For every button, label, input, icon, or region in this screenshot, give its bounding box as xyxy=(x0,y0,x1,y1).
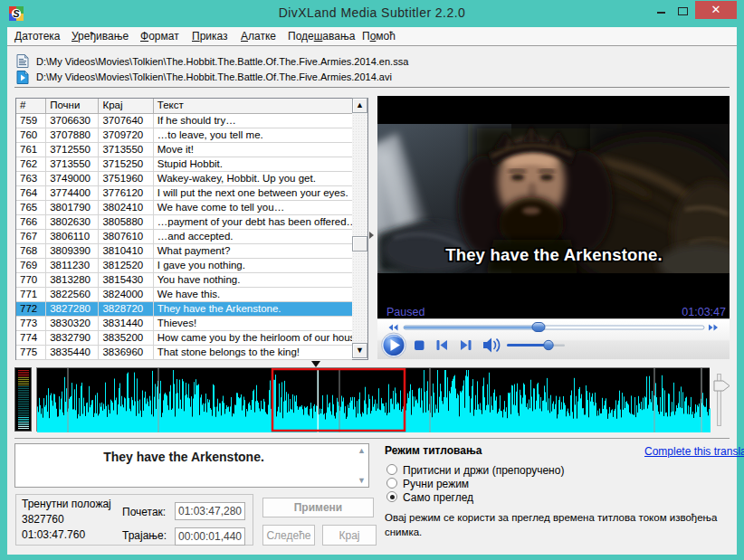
svg-text:They have the Arkenstone.: They have the Arkenstone. xyxy=(445,245,663,264)
